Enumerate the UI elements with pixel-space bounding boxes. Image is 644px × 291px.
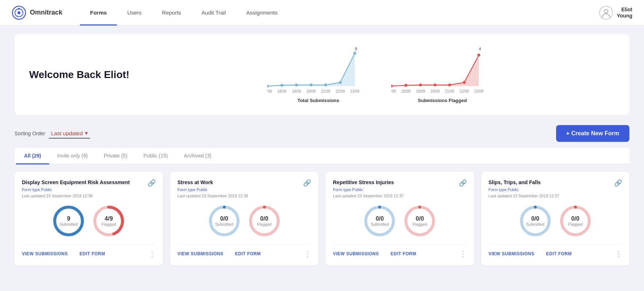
card-4-actions: VIEW SUBMISSIONS EDIT FORM [489,251,572,256]
tab-invite-only[interactable]: Invite only (9) [49,148,96,164]
svg-text:20/09: 20/09 [306,89,315,93]
create-form-button[interactable]: + Create New Form [556,125,629,142]
svg-text:22/09: 22/09 [335,89,345,93]
card-1-flagged-wrap: 4/9 Flagged [92,205,125,237]
card-4-submitted-circle: 0/0 Submitted [519,205,552,237]
sort-select[interactable]: Last updated ▾ [49,128,90,139]
card-2-title: Stress at Work [178,179,248,186]
card-1-flagged-text: 4/9 Flagged [101,215,116,227]
svg-text:20/09: 20/09 [430,89,439,93]
svg-text:9: 9 [355,47,357,51]
card-1-submitted-text: 9 Submitted [59,215,78,227]
svg-text:17/09: 17/09 [391,89,396,93]
card-2-more-icon[interactable]: ⋮ [304,249,311,258]
charts-area: 9 17/09 [146,46,615,103]
card-4-link-icon[interactable]: 🔗 [614,179,622,187]
card-3-edit-button[interactable]: EDIT FORM [391,251,416,256]
card-1-actions: VIEW SUBMISSIONS EDIT FORM [22,251,105,256]
navbar: Omnitrack Forms Users Reports Audit Trai… [0,0,644,26]
logo-icon [12,5,26,20]
card-2-edit-button[interactable]: EDIT FORM [235,251,261,256]
nav-assignments[interactable]: Assignments [236,0,288,26]
card-3-link-icon[interactable]: 🔗 [459,179,467,187]
card-1-link-icon[interactable]: 🔗 [148,179,156,187]
card-1-circles: 9 Submitted 4/9 Flagged [22,205,156,237]
total-submissions-label: Total Submissions [267,98,369,103]
card-3-submitted-text: 0/0 Submitted [371,215,389,227]
svg-text:23/09: 23/09 [350,89,359,93]
nav-users[interactable]: Users [117,0,152,26]
card-2-actions: VIEW SUBMISSIONS EDIT FORM [178,251,261,256]
card-1-submitted-number: 9 [59,215,78,222]
card-2-footer: VIEW SUBMISSIONS EDIT FORM ⋮ [178,245,311,258]
tab-public[interactable]: Public (15) [135,148,176,164]
card-4-flagged-number: 0/0 [568,215,583,222]
card-1-view-button[interactable]: VIEW SUBMISSIONS [22,251,68,256]
tab-private[interactable]: Private (5) [96,148,136,164]
card-3-flagged-circle: 0/0 Flagged [403,205,436,237]
card-4-edit-button[interactable]: EDIT FORM [546,251,572,256]
logo-link[interactable]: Omnitrack [12,5,62,20]
card-4-flagged-wrap: 0/0 Flagged [559,205,592,237]
nav-links: Forms Users Reports Audit Trail Assignme… [80,0,599,26]
card-1-footer: VIEW SUBMISSIONS EDIT FORM ⋮ [22,245,156,258]
chevron-down-icon: ▾ [85,130,88,136]
svg-point-13 [353,52,356,55]
svg-point-24 [404,84,407,87]
card-1-edit-button[interactable]: EDIT FORM [79,251,105,256]
tab-all[interactable]: All (29) [16,148,49,164]
card-4-submitted-text: 0/0 Submitted [526,215,544,227]
card-2-link-icon[interactable]: 🔗 [303,179,311,187]
card-2-circles: 0/0 Submitted 0/0 Flagged [178,205,311,237]
svg-point-28 [463,81,466,84]
svg-text:18/09: 18/09 [277,89,286,93]
form-card-2: Stress at Work Form type Public Last upd… [170,172,319,265]
svg-text:22/09: 22/09 [459,89,469,93]
card-3-more-icon[interactable]: ⋮ [459,249,467,258]
card-4-view-button[interactable]: VIEW SUBMISSIONS [489,251,535,256]
card-1-title: Display Screen Equipment Risk Assessment [22,179,130,186]
welcome-title: Welcome Back Eliot! [29,69,146,81]
card-4-footer: VIEW SUBMISSIONS EDIT FORM ⋮ [489,245,622,258]
card-2-flagged-wrap: 0/0 Flagged [248,205,281,237]
svg-point-11 [324,84,327,86]
card-1-more-icon[interactable]: ⋮ [148,249,156,258]
svg-point-26 [434,84,437,86]
card-3-view-button[interactable]: VIEW SUBMISSIONS [333,251,379,256]
card-3-submitted-wrap: 0/0 Submitted [363,205,396,237]
card-4-submitted-number: 0/0 [526,215,544,222]
svg-point-27 [448,84,451,86]
welcome-text: Welcome Back Eliot! [29,69,146,81]
tab-archived[interactable]: Archived (3) [176,148,219,164]
card-3-flagged-number: 0/0 [412,215,427,222]
cards-grid: Display Screen Equipment Risk Assessment… [15,172,629,265]
svg-text:19/09: 19/09 [292,89,301,93]
card-3-updated: Last updated 23 September 2019 12:37 [333,194,404,198]
form-card-3: Repetitive Stress Injuries Form type Pub… [326,172,474,265]
svg-text:23/09: 23/09 [474,89,483,93]
user-avatar-icon [599,6,613,20]
card-4-title: Slips, Trips, and Falls [489,179,559,186]
nav-audit-trail[interactable]: Audit Trail [191,0,236,26]
svg-point-7 [267,85,269,88]
svg-text:21/09: 21/09 [445,89,454,93]
card-1-flagged-label: Flagged [101,222,116,227]
flagged-submissions-chart: 4 17/09 [391,46,493,103]
card-3-submitted-number: 0/0 [371,215,389,222]
nav-reports[interactable]: Reports [152,0,191,26]
card-2-view-button[interactable]: VIEW SUBMISSIONS [178,251,224,256]
tabs: All (29) Invite only (9) Private (5) Pub… [15,148,629,164]
form-card-1: Display Screen Equipment Risk Assessment… [15,172,163,265]
svg-marker-6 [267,53,355,86]
svg-point-9 [295,84,298,86]
svg-point-23 [391,85,393,88]
card-3-title: Repetitive Stress Injuries [333,179,404,186]
svg-text:4: 4 [479,47,481,51]
svg-point-25 [419,84,422,86]
nav-forms[interactable]: Forms [80,0,117,26]
card-4-more-icon[interactable]: ⋮ [615,249,622,258]
card-4-circles: 0/0 Submitted 0/0 Flagged [489,205,622,237]
card-4-submitted-label: Submitted [526,222,544,227]
card-2-type: Form type Public [178,187,208,192]
nav-user[interactable]: Eliot Young [599,6,632,20]
